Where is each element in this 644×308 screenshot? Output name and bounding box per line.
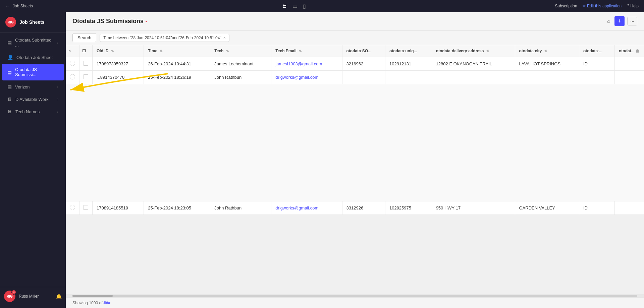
col-extra[interactable]: otodat... 🗑 bbox=[614, 45, 644, 57]
tablet-view-icon[interactable]: ▭ bbox=[292, 3, 298, 9]
row-circle bbox=[70, 205, 75, 210]
row-indicator-cell bbox=[66, 201, 79, 215]
row-checkbox[interactable] bbox=[84, 61, 88, 66]
col-time-sort-icon: ⇅ bbox=[160, 49, 162, 53]
cell-otodata-so: 3216962 bbox=[342, 57, 385, 71]
row-checkbox-cell[interactable] bbox=[79, 57, 93, 71]
page-title-text: Otodata JS Submissions bbox=[72, 18, 144, 24]
sidebar-nav: ▤ Otodata Submitted ... › 👤 Otodata Job … bbox=[0, 34, 66, 118]
back-button[interactable]: ← bbox=[5, 3, 10, 9]
table-verizon-icon: ▤ bbox=[7, 84, 12, 89]
filter-tag-text: Time between "28-Jan-2024 10:51:04"and"2… bbox=[103, 36, 221, 40]
cell-tech-email[interactable]: drigworks@gmail.com bbox=[271, 71, 342, 84]
avatar: RIG 4 bbox=[4, 291, 15, 302]
col-time[interactable]: Time ⇅ bbox=[144, 45, 210, 57]
col-delivery-address[interactable]: otodata-delivery-address ⇅ bbox=[432, 45, 515, 57]
cell-delivery-address bbox=[432, 71, 515, 84]
subscription-link[interactable]: Subscription bbox=[555, 4, 577, 8]
bell-icon[interactable]: 🔔 bbox=[56, 294, 62, 299]
sidebar-label-tech-names: Tech Names bbox=[15, 109, 54, 114]
col-extra-label: otodat... bbox=[619, 49, 635, 53]
row-circle bbox=[70, 61, 75, 66]
filter-close-icon[interactable]: × bbox=[223, 36, 226, 40]
cell-tech: John Rathbun bbox=[210, 71, 271, 84]
header-actions: ⌕ + ··· bbox=[606, 16, 637, 26]
logo-badge: RIG bbox=[5, 17, 16, 27]
col-old-id-sort-icon: ⇅ bbox=[111, 49, 114, 53]
col-old-id-label: Old ID bbox=[97, 49, 108, 53]
cell-time: 26-Feb-2024 10:44:31 bbox=[144, 57, 210, 71]
filter-tag: Time between "28-Jan-2024 10:51:04"and"2… bbox=[100, 34, 229, 42]
cell-tech-email[interactable]: jamesl1903@gmail.com bbox=[271, 57, 342, 71]
sidebar-label-otodata-submitted: Otodata Submitted ... bbox=[15, 38, 54, 48]
cell-delivery-address: 950 HWY 17 bbox=[432, 201, 515, 215]
cell-otodata-uniq: 102912131 bbox=[385, 57, 432, 71]
top-bar-left: ← Job Sheets bbox=[5, 3, 33, 9]
sidebar-item-otodata-submitted[interactable]: ▤ Otodata Submitted ... › bbox=[2, 34, 64, 51]
cell-city bbox=[515, 71, 579, 84]
sidebar-item-otodata-job-sheet[interactable]: 👤 Otodata Job Sheet bbox=[2, 51, 64, 63]
help-link[interactable]: ? Help bbox=[627, 4, 639, 8]
content-area: Otodata JS Submissions • ⌕ + ··· Search … bbox=[66, 12, 644, 308]
table-row[interactable]: ...8914370470 25-Feb-2024 18:26:19 John … bbox=[66, 71, 644, 84]
cell-extra bbox=[614, 71, 644, 84]
sidebar-item-d-available-work[interactable]: 🖥 D Available Work › bbox=[2, 93, 64, 105]
data-table: ○ ☐ Old ID ⇅ Time ⇅ bbox=[66, 45, 644, 215]
total-count-link[interactable]: ### bbox=[104, 301, 110, 305]
header-search-button[interactable]: ⌕ bbox=[606, 17, 612, 25]
col-city[interactable]: otodata-city ⇅ bbox=[515, 45, 579, 57]
empty-space bbox=[66, 84, 644, 201]
col-tech-email-label: Tech Email bbox=[275, 49, 296, 53]
cell-tech-email[interactable]: drigworks@gmail.com bbox=[271, 201, 342, 215]
cell-otodata-so: 3312926 bbox=[342, 201, 385, 215]
col-tech[interactable]: Tech ⇅ bbox=[210, 45, 271, 57]
cell-city: LAVA HOT SPRINGS bbox=[515, 57, 579, 71]
showing-label: Showing 1000 of bbox=[72, 301, 102, 305]
notification-badge: 4 bbox=[11, 290, 16, 295]
table-container[interactable]: ○ ☐ Old ID ⇅ Time ⇅ bbox=[66, 45, 644, 294]
col-delivery-address-label: otodata-delivery-address bbox=[436, 49, 484, 53]
col-tech-email[interactable]: Tech Email ⇅ bbox=[271, 45, 342, 57]
row-checkbox[interactable] bbox=[84, 74, 88, 79]
table-row[interactable]: 1708973059327 26-Feb-2024 10:44:31 James… bbox=[66, 57, 644, 71]
monitor-available-icon: 🖥 bbox=[7, 97, 12, 102]
cell-tech: John Rathbun bbox=[210, 201, 271, 215]
col-delivery-sort-icon: ⇅ bbox=[486, 49, 489, 53]
edit-application-link[interactable]: ✏ Edit this application bbox=[583, 4, 622, 8]
col-extra-trash-icon: 🗑 bbox=[636, 49, 640, 53]
monitor-tech-icon: 🖥 bbox=[7, 109, 12, 114]
row-checkbox[interactable] bbox=[84, 205, 88, 210]
col-old-id[interactable]: Old ID ⇅ bbox=[93, 45, 144, 57]
table-footer: Showing 1000 of ### bbox=[66, 298, 644, 308]
row-indicator-header: ○ bbox=[68, 49, 71, 53]
row-checkbox-cell[interactable] bbox=[79, 71, 93, 84]
col-otodata-uniq[interactable]: otodata-uniq... bbox=[385, 45, 432, 57]
top-bar: ← Job Sheets 🖥 ▭ ▯ Subscription ✏ Edit t… bbox=[0, 0, 644, 12]
horizontal-scrollbar[interactable] bbox=[66, 294, 644, 298]
row-checkbox-cell[interactable] bbox=[79, 201, 93, 215]
sidebar-item-verizon[interactable]: ▤ Verizon › bbox=[2, 81, 64, 93]
more-options-button[interactable]: ··· bbox=[627, 17, 637, 25]
chevron-right-icon: › bbox=[57, 41, 58, 45]
sidebar-logo: RIG Job Sheets bbox=[0, 12, 66, 33]
sidebar-item-tech-names[interactable]: 🖥 Tech Names › bbox=[2, 106, 64, 118]
sidebar-item-otodata-js-submissions[interactable]: ▤ Otodata JS Submissi... bbox=[2, 64, 64, 80]
table-active-icon: ▤ bbox=[7, 69, 12, 75]
user-name: Russ Miller bbox=[19, 294, 53, 299]
required-marker: • bbox=[146, 19, 147, 24]
col-tech-sort-icon: ⇅ bbox=[226, 49, 229, 53]
add-record-button[interactable]: + bbox=[614, 16, 625, 26]
table-row[interactable]: 1708914185519 25-Feb-2024 18:23:05 John … bbox=[66, 201, 644, 215]
sidebar-label-otodata-js-submissions: Otodata JS Submissi... bbox=[15, 67, 58, 77]
scroll-track bbox=[72, 295, 637, 297]
sidebar-app-title: Job Sheets bbox=[19, 19, 45, 25]
content-header: Otodata JS Submissions • ⌕ + ··· bbox=[66, 12, 644, 30]
scroll-thumb[interactable] bbox=[72, 295, 113, 297]
col-otodata-so[interactable]: otodata-SO... bbox=[342, 45, 385, 57]
search-button[interactable]: Search bbox=[72, 33, 96, 42]
desktop-view-icon[interactable]: 🖥 bbox=[282, 3, 287, 9]
col-state[interactable]: otodata-... bbox=[579, 45, 614, 57]
mobile-view-icon[interactable]: ▯ bbox=[303, 3, 306, 9]
cell-state: ID bbox=[579, 57, 614, 71]
cell-otodata-uniq: 102925975 bbox=[385, 201, 432, 215]
